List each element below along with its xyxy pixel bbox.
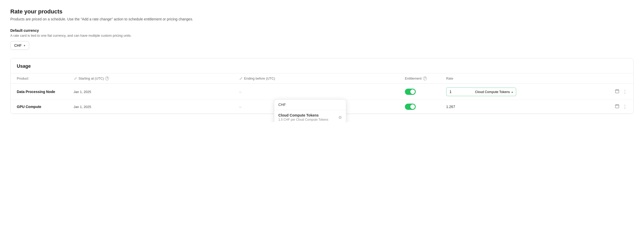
starting-at-1: Jan 1, 2025: [74, 90, 239, 94]
edit-ending-icon[interactable]: [239, 77, 243, 80]
toggle-1[interactable]: [405, 89, 416, 95]
entitlement-help-icon[interactable]: ?: [423, 76, 427, 80]
gear-icon[interactable]: ⚙: [338, 115, 342, 120]
dots-menu-icon-2[interactable]: ⋮: [623, 104, 627, 110]
product-name-1: Data Processing Node: [17, 90, 74, 94]
entitlement-toggle-2[interactable]: [405, 104, 446, 110]
rate-unit-label-1: Cloud Compute Tokens: [475, 90, 510, 94]
col-product: Product: [17, 76, 74, 80]
currency-dropdown-button[interactable]: CHF ▾: [10, 41, 29, 50]
rate-input-1[interactable]: [446, 87, 472, 96]
dropdown-option-chf-label: CHF: [278, 103, 286, 107]
usage-card-title: Usage: [11, 58, 633, 73]
table-header: Product Starting at (UTC) ? Ending befor…: [11, 73, 633, 84]
rate-unit-dropdown-overlay: CHF Cloud Compute Tokens 1.5 CHF per Clo…: [274, 99, 346, 122]
usage-card: Usage Product Starting at (UTC) ? Ending…: [10, 58, 634, 114]
currency-selected-value: CHF: [14, 43, 22, 48]
page-title: Rate your products: [10, 8, 634, 15]
table-row: Data Processing Node Jan 1, 2025 -- Clou…: [11, 84, 633, 100]
calendar-icon-1[interactable]: [615, 89, 619, 95]
row-actions-1: ⋮: [612, 89, 627, 95]
currency-chevron-icon: ▾: [24, 44, 25, 47]
rate-display-2: 1.267: [446, 105, 455, 109]
rate-unit-chevron-up-icon: ▴: [512, 90, 513, 93]
svg-rect-0: [615, 90, 619, 93]
starting-at-2: Jan 1, 2025: [74, 105, 239, 109]
rate-cell-2: 1.267: [446, 105, 612, 109]
dropdown-option-chf[interactable]: CHF: [274, 99, 346, 110]
rate-cell-1: Cloud Compute Tokens ▴: [446, 87, 612, 96]
edit-starting-icon[interactable]: [74, 77, 77, 80]
dropdown-option-cloud-compute-sub: 1.5 CHF per Cloud Compute Tokens: [278, 118, 328, 121]
dropdown-option-cloud-compute-text: Cloud Compute Tokens 1.5 CHF per Cloud C…: [278, 113, 328, 121]
row-actions-2: ⋮: [612, 104, 627, 110]
rate-unit-dropdown-1[interactable]: Cloud Compute Tokens ▴: [472, 88, 516, 96]
dots-menu-icon-1[interactable]: ⋮: [623, 89, 627, 95]
entitlement-toggle-1[interactable]: [405, 89, 446, 95]
col-starting-at: Starting at (UTC) ?: [74, 76, 239, 80]
calendar-icon-2[interactable]: [615, 104, 619, 110]
col-rate: Rate: [446, 76, 612, 80]
currency-section-description: A rate card is tied to one fiat currency…: [10, 34, 634, 37]
currency-section-label: Default currency: [10, 28, 634, 33]
default-currency-section: Default currency A rate card is tied to …: [10, 28, 634, 58]
ending-before-1: --: [239, 90, 405, 94]
dropdown-option-cloud-compute[interactable]: Cloud Compute Tokens 1.5 CHF per Cloud C…: [274, 110, 346, 122]
toggle-2[interactable]: [405, 104, 416, 110]
col-ending-before: Ending before (UTC): [239, 76, 405, 80]
page-subtitle: Products are priced on a schedule. Use t…: [10, 17, 634, 21]
product-name-2: GPU Compute: [17, 105, 74, 109]
starting-at-help-icon[interactable]: ?: [105, 76, 109, 80]
col-entitlement: Entitlement ?: [405, 76, 446, 80]
svg-rect-1: [615, 105, 619, 108]
dropdown-option-cloud-compute-main: Cloud Compute Tokens: [278, 113, 328, 117]
